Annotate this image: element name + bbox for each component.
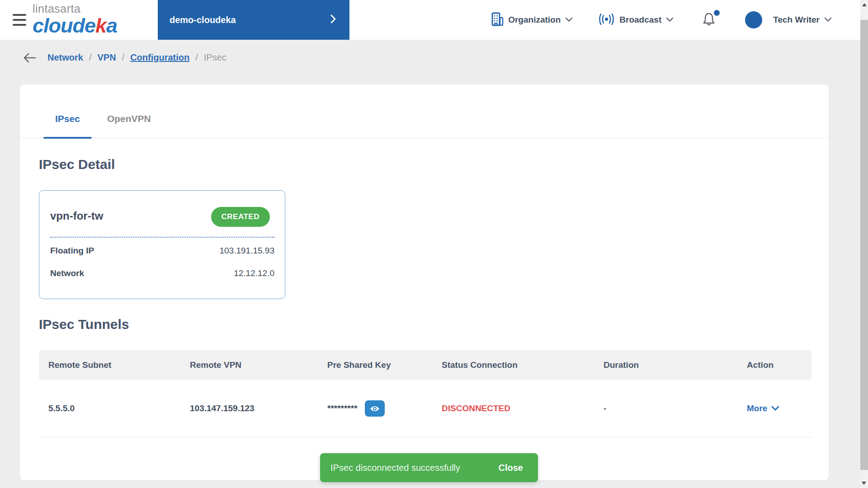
toast-message: IPsec disconnected successfully xyxy=(330,463,460,473)
chevron-down-icon xyxy=(666,16,674,24)
vertical-scrollbar[interactable] xyxy=(860,0,868,488)
header-actions: Organization Broadcast xyxy=(491,0,832,40)
logo-brand-pre: cloude xyxy=(33,14,95,37)
logo-brand-post: a xyxy=(106,14,117,37)
tab-ipsec[interactable]: IPsec xyxy=(43,113,92,138)
ipsec-tunnels-heading: IPsec Tunnels xyxy=(39,317,129,332)
breadcrumb-configuration[interactable]: Configuration xyxy=(130,52,189,63)
breadcrumb: Network / VPN / Configuration / IPsec xyxy=(23,52,226,63)
floating-ip-label: Floating IP xyxy=(50,246,94,256)
bell-icon xyxy=(703,12,715,26)
avatar xyxy=(745,11,762,28)
broadcast-menu[interactable]: Broadcast xyxy=(598,13,674,27)
organization-menu[interactable]: Organization xyxy=(491,12,573,28)
organization-label: Organization xyxy=(508,15,561,25)
content-card: IPsec OpenVPN IPsec Detail vpn-for-tw CR… xyxy=(20,84,829,480)
col-pre-shared-key: Pre Shared Key xyxy=(318,360,432,370)
chevron-down-icon xyxy=(824,16,832,24)
network-field: Network 12.12.12.0 xyxy=(50,268,274,278)
vpn-tabs: IPsec OpenVPN xyxy=(20,84,829,138)
dotted-divider xyxy=(50,237,274,238)
tunnels-table: Remote Subnet Remote VPN Pre Shared Key … xyxy=(39,350,811,437)
top-header: lintasarta cloudeka demo-cloudeka Organi… xyxy=(0,0,868,40)
scroll-up-arrow-icon[interactable] xyxy=(862,3,867,6)
table-header-row: Remote Subnet Remote VPN Pre Shared Key … xyxy=(39,350,811,380)
col-remote-vpn: Remote VPN xyxy=(180,360,318,370)
eye-icon xyxy=(369,405,380,413)
building-icon xyxy=(491,12,504,28)
masked-key: ********* xyxy=(327,404,358,413)
more-actions-button[interactable]: More xyxy=(737,404,811,413)
toast-notification: IPsec disconnected successfully Close xyxy=(320,453,538,482)
network-value: 12.12.12.0 xyxy=(234,268,274,278)
chevron-down-icon xyxy=(565,16,573,24)
back-arrow-icon[interactable] xyxy=(23,53,36,63)
ipsec-detail-heading: IPsec Detail xyxy=(39,157,115,172)
breadcrumb-network[interactable]: Network xyxy=(47,52,83,63)
tab-openvpn[interactable]: OpenVPN xyxy=(95,113,163,138)
notifications-button[interactable] xyxy=(703,12,715,28)
ipsec-detail-card: vpn-for-tw CREATED Floating IP 103.191.1… xyxy=(39,190,285,299)
breadcrumb-vpn[interactable]: VPN xyxy=(97,52,116,63)
chevron-right-icon xyxy=(330,14,336,25)
col-duration: Duration xyxy=(594,360,737,370)
col-remote-subnet: Remote Subnet xyxy=(39,360,180,370)
table-row: 5.5.5.0 103.147.159.123 ********* DISCON… xyxy=(39,380,811,437)
breadcrumb-separator: / xyxy=(195,52,198,63)
cell-status-connection: DISCONNECTED xyxy=(432,404,594,413)
floating-ip-field: Floating IP 103.191.15.93 xyxy=(50,246,274,256)
notification-badge xyxy=(714,10,720,16)
user-name: Tech Writer xyxy=(773,15,820,25)
scroll-down-arrow-icon[interactable] xyxy=(862,482,866,485)
status-badge: CREATED xyxy=(211,207,270,227)
floating-ip-value: 103.191.15.93 xyxy=(219,246,274,256)
cell-remote-vpn: 103.147.159.123 xyxy=(180,404,318,413)
breadcrumb-separator: / xyxy=(89,52,92,63)
vpn-name: vpn-for-tw xyxy=(50,210,103,222)
reveal-key-button[interactable] xyxy=(365,400,385,417)
cell-duration: - xyxy=(594,404,737,413)
broadcast-label: Broadcast xyxy=(619,15,661,25)
col-action: Action xyxy=(737,360,811,370)
logo-brand: cloudeka xyxy=(33,15,117,36)
cell-pre-shared-key: ********* xyxy=(318,400,432,417)
scrollbar-thumb[interactable] xyxy=(860,20,868,470)
broadcast-icon xyxy=(598,13,615,27)
hamburger-menu-icon[interactable] xyxy=(13,14,28,26)
col-status-connection: Status Connection xyxy=(432,360,594,370)
cell-remote-subnet: 5.5.5.0 xyxy=(39,404,180,413)
logo-brand-accent: k xyxy=(95,14,106,37)
toast-close-button[interactable]: Close xyxy=(499,463,523,473)
user-menu[interactable]: Tech Writer xyxy=(745,11,832,28)
breadcrumb-separator: / xyxy=(122,52,125,63)
chevron-down-icon xyxy=(771,404,779,413)
network-label: Network xyxy=(50,268,84,278)
more-label: More xyxy=(747,404,767,413)
project-selector[interactable]: demo-cloudeka xyxy=(158,0,349,40)
cloudeka-logo: lintasarta cloudeka xyxy=(33,3,117,36)
project-name: demo-cloudeka xyxy=(170,15,236,25)
logo-line1: lintasarta xyxy=(33,3,117,14)
breadcrumb-ipsec: IPsec xyxy=(204,52,226,63)
